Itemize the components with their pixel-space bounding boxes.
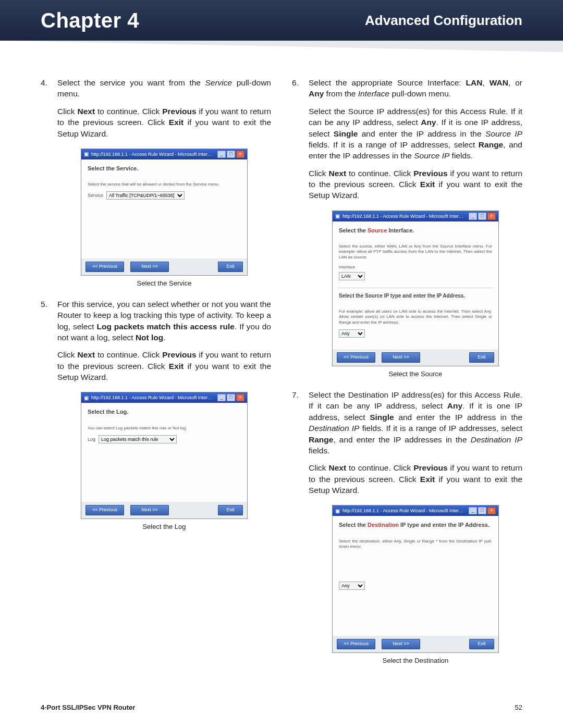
step4-italic: Service — [205, 78, 232, 87]
ie-icon: ▣ — [84, 394, 89, 402]
next-button[interactable]: Next >> — [130, 505, 169, 515]
interface-select[interactable]: LAN — [339, 272, 365, 280]
exit-button[interactable]: Exit — [218, 505, 243, 515]
step-number: 6. — [292, 77, 301, 382]
maximize-icon: □ — [227, 151, 235, 158]
screenshot-select-log: ▣ http://192.168.1.1 - Access Rule Wizar… — [81, 392, 248, 519]
page-number: 52 — [515, 704, 522, 711]
next-button[interactable]: Next >> — [130, 262, 169, 272]
step-number: 7. — [292, 389, 301, 669]
footer-product: 4-Port SSL/IPSec VPN Router — [41, 704, 135, 711]
exit-button[interactable]: Exit — [469, 352, 494, 363]
exit-button[interactable]: Exit — [218, 262, 243, 272]
ie-icon: ▣ — [335, 213, 340, 220]
step-number: 4. — [41, 77, 50, 291]
destination-ip-select[interactable]: Any — [339, 582, 365, 590]
next-button[interactable]: Next >> — [382, 639, 420, 649]
ie-icon: ▣ — [84, 151, 89, 158]
log-select[interactable]: Log packets match this rule — [99, 435, 177, 443]
figure-caption: Select the Destination — [332, 656, 499, 665]
next-button[interactable]: Next >> — [382, 352, 420, 363]
figure-caption: Select the Source — [332, 369, 499, 379]
previous-button[interactable]: << Previous — [337, 639, 375, 649]
figure-caption: Select the Log — [81, 522, 248, 532]
service-select[interactable]: All Traffic [TCP&UDP/1~65535] — [106, 191, 185, 200]
source-ip-select[interactable]: Any — [339, 329, 365, 338]
close-icon: × — [236, 151, 244, 158]
minimize-icon: _ — [217, 151, 226, 158]
screenshot-select-destination: ▣ http://192.168.1.1 - Access Rule Wizar… — [332, 505, 499, 653]
step-number: 5. — [41, 299, 50, 535]
previous-button[interactable]: << Previous — [85, 505, 124, 515]
page-title: Advanced Configuration — [365, 13, 522, 29]
left-column: 4. Select the service you want from the … — [41, 77, 271, 676]
previous-button[interactable]: << Previous — [85, 262, 124, 272]
chapter-heading: Chapter 4 — [41, 9, 139, 32]
previous-button[interactable]: << Previous — [337, 352, 375, 363]
ie-icon: ▣ — [335, 508, 340, 515]
right-column: 6. Select the appropriate Source Interfa… — [292, 77, 522, 676]
step4-line1-a: Select the service you want from the — [57, 78, 205, 87]
screenshot-select-source: ▣ http://192.168.1.1 - Access Rule Wizar… — [332, 211, 499, 366]
screenshot-select-service: ▣ http://192.168.1.1 - Access Rule Wizar… — [81, 149, 248, 276]
exit-button[interactable]: Exit — [469, 639, 494, 649]
figure-caption: Select the Service — [81, 279, 248, 288]
